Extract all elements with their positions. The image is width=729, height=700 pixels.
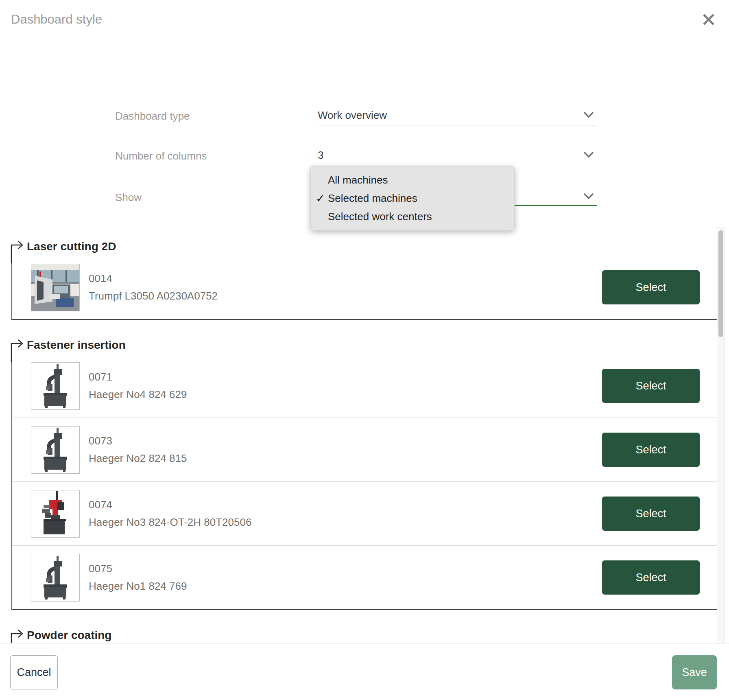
save-button[interactable]: Save	[672, 655, 717, 689]
select-button[interactable]: Select	[602, 433, 700, 467]
chevron-down-icon	[583, 151, 594, 160]
machine-code: 0014	[89, 270, 218, 287]
machine-row: 0074 Haeger No3 824-OT-2H 80T20506 Selec…	[12, 481, 717, 545]
dashboard-style-dialog: { "dialog": { "title": "Dashboard style"…	[0, 0, 729, 700]
chevron-down-icon	[583, 111, 594, 120]
machine-row: 0071 Haeger No4 824 629 Select	[12, 354, 717, 418]
number-of-columns-value: 3	[318, 149, 323, 162]
dialog-form: Dashboard type Work overview Number of c…	[0, 45, 729, 227]
cancel-button[interactable]: Cancel	[10, 655, 58, 689]
select-button[interactable]: Select	[602, 270, 700, 304]
close-icon	[700, 24, 718, 30]
machine-row: 0073 Haeger No2 824 815 Select	[12, 418, 717, 481]
group-header: Laser cutting 2D	[0, 238, 717, 256]
menu-item-label: Selected work centers	[328, 210, 432, 223]
machine-text: 0014 Trumpf L3050 A0230A0752	[89, 270, 218, 305]
machine-name: Trumpf L3050 A0230A0752	[89, 287, 218, 305]
machine-code: 0074	[89, 496, 251, 514]
machine-thumbnail	[31, 490, 80, 538]
machine-row: 0014 Trumpf L3050 A0230A0752 Select	[12, 256, 717, 319]
group-header: Powder coating	[0, 626, 717, 643]
number-of-columns-label: Number of columns	[115, 150, 207, 162]
scrollbar-thumb[interactable]	[718, 230, 723, 337]
select-button[interactable]: Select	[602, 497, 700, 531]
machine-row: 0075 Haeger No1 824 769 Select	[12, 545, 717, 609]
group-header: Fastener insertion	[0, 336, 717, 354]
group-box: 0071 Haeger No4 824 629 Select 0073 Haeg…	[11, 354, 717, 610]
select-button[interactable]: Select	[602, 369, 700, 403]
dashboard-type-value: Work overview	[318, 109, 387, 122]
machine-group: Laser cutting 2D 0014 Trumpf L3050 A0230…	[0, 238, 717, 320]
machine-name: Haeger No3 824-OT-2H 80T20506	[89, 514, 251, 531]
select-button[interactable]: Select	[602, 560, 700, 595]
show-label: Show	[115, 191, 142, 204]
machine-name: Haeger No2 824 815	[89, 450, 187, 467]
machine-text: 0073 Haeger No2 824 815	[89, 432, 187, 467]
dashboard-type-label: Dashboard type	[115, 110, 190, 122]
machine-name: Haeger No1 824 769	[89, 578, 187, 595]
machine-thumbnail	[31, 554, 80, 602]
machine-group: Powder coating	[0, 626, 717, 643]
menu-item-all-machines[interactable]: ✓ All machines	[311, 171, 514, 189]
group-box: 0014 Trumpf L3050 A0230A0752 Select	[11, 256, 717, 320]
chevron-down-icon	[583, 192, 594, 201]
dialog-title: Dashboard style	[11, 12, 102, 27]
group-title: Fastener insertion	[27, 339, 126, 352]
machine-thumbnail	[31, 264, 80, 311]
group-arrow-icon	[8, 628, 27, 643]
machine-code: 0073	[89, 432, 187, 450]
machine-thumbnail	[31, 426, 80, 474]
menu-item-label: All machines	[328, 174, 388, 186]
menu-item-selected-work-centers[interactable]: ✓ Selected work centers	[311, 208, 514, 226]
close-button[interactable]	[700, 11, 718, 28]
machine-text: 0071 Haeger No4 824 629	[89, 368, 187, 403]
dialog-footer: Cancel Save	[0, 643, 729, 700]
machine-code: 0071	[89, 368, 187, 386]
menu-item-label: Selected machines	[328, 192, 417, 205]
scrollbar-track[interactable]	[717, 227, 725, 643]
dashboard-type-select[interactable]: Work overview	[318, 106, 597, 125]
group-title: Powder coating	[27, 629, 111, 642]
group-title: Laser cutting 2D	[27, 240, 116, 253]
machine-text: 0075 Haeger No1 824 769	[89, 560, 187, 595]
machine-list-area: Laser cutting 2D 0014 Trumpf L3050 A0230…	[0, 227, 729, 643]
machine-code: 0075	[89, 560, 187, 578]
machine-group: Fastener insertion 0071 Haeger No4 824 6…	[0, 336, 717, 610]
checkmark-icon: ✓	[316, 192, 325, 205]
dialog-header: Dashboard style	[0, 0, 729, 45]
machine-name: Haeger No4 824 629	[89, 386, 187, 403]
menu-item-selected-machines[interactable]: ✓ Selected machines	[311, 189, 514, 208]
machine-thumbnail	[31, 362, 80, 410]
machine-text: 0074 Haeger No3 824-OT-2H 80T20506	[89, 496, 251, 531]
number-of-columns-select[interactable]: 3	[318, 146, 597, 165]
machine-group-list: Laser cutting 2D 0014 Trumpf L3050 A0230…	[0, 238, 717, 643]
show-dropdown-menu: ✓ All machines ✓ Selected machines ✓ Sel…	[310, 166, 515, 231]
